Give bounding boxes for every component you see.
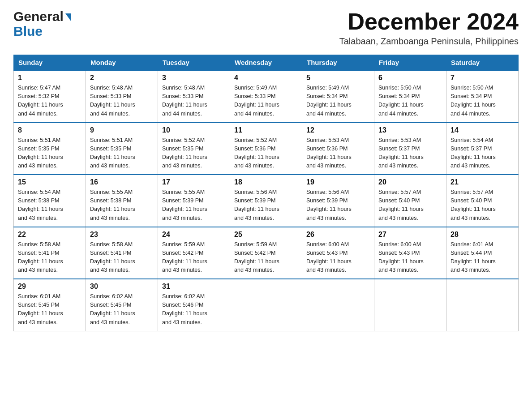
day-number: 22: [18, 231, 82, 239]
day-info: Sunrise: 5:50 AMSunset: 5:34 PMDaylight:…: [450, 85, 496, 116]
day-number: 15: [18, 178, 82, 186]
day-info: Sunrise: 5:59 AMSunset: 5:42 PMDaylight:…: [162, 241, 207, 273]
calendar-week-row: 29 Sunrise: 6:01 AMSunset: 5:45 PMDaylig…: [14, 279, 519, 331]
calendar-cell: 9 Sunrise: 5:51 AMSunset: 5:35 PMDayligh…: [86, 123, 158, 175]
day-number: 21: [450, 178, 514, 186]
day-info: Sunrise: 5:56 AMSunset: 5:39 PMDaylight:…: [306, 189, 352, 221]
day-number: 13: [378, 126, 442, 134]
empty-cell: [230, 279, 302, 331]
col-monday: Monday: [86, 55, 158, 71]
col-sunday: Sunday: [14, 55, 86, 71]
day-info: Sunrise: 5:49 AMSunset: 5:33 PMDaylight:…: [234, 85, 279, 116]
page-header: General Blue December 2024 Talabaan, Zam…: [13, 9, 519, 47]
calendar-week-row: 22 Sunrise: 5:58 AMSunset: 5:41 PMDaylig…: [14, 227, 519, 279]
empty-cell: [374, 279, 446, 331]
title-block: December 2024 Talabaan, Zamboanga Penins…: [339, 9, 519, 47]
calendar-cell: 16 Sunrise: 5:55 AMSunset: 5:38 PMDaylig…: [86, 175, 158, 227]
calendar-cell: 15 Sunrise: 5:54 AMSunset: 5:38 PMDaylig…: [14, 175, 86, 227]
day-info: Sunrise: 5:51 AMSunset: 5:35 PMDaylight:…: [18, 137, 63, 169]
day-info: Sunrise: 5:53 AMSunset: 5:37 PMDaylight:…: [378, 137, 424, 169]
calendar-cell: 30 Sunrise: 6:02 AMSunset: 5:45 PMDaylig…: [86, 279, 158, 331]
calendar-cell: 29 Sunrise: 6:01 AMSunset: 5:45 PMDaylig…: [14, 279, 86, 331]
day-number: 17: [162, 178, 226, 186]
calendar-week-row: 15 Sunrise: 5:54 AMSunset: 5:38 PMDaylig…: [14, 175, 519, 227]
calendar-cell: 6 Sunrise: 5:50 AMSunset: 5:34 PMDayligh…: [374, 70, 446, 123]
empty-cell: [446, 279, 519, 331]
day-number: 2: [90, 74, 154, 82]
calendar-cell: 25 Sunrise: 5:59 AMSunset: 5:42 PMDaylig…: [230, 227, 302, 279]
day-info: Sunrise: 5:56 AMSunset: 5:39 PMDaylight:…: [234, 189, 279, 221]
calendar-cell: 28 Sunrise: 6:01 AMSunset: 5:44 PMDaylig…: [446, 227, 519, 279]
calendar-cell: 19 Sunrise: 5:56 AMSunset: 5:39 PMDaylig…: [302, 175, 374, 227]
calendar-cell: 8 Sunrise: 5:51 AMSunset: 5:35 PMDayligh…: [14, 123, 86, 175]
day-number: 4: [234, 74, 298, 82]
calendar-table: Sunday Monday Tuesday Wednesday Thursday…: [13, 55, 519, 331]
day-number: 27: [378, 231, 442, 239]
day-info: Sunrise: 5:53 AMSunset: 5:36 PMDaylight:…: [306, 137, 352, 169]
day-number: 26: [306, 231, 370, 239]
day-number: 18: [234, 178, 298, 186]
calendar-cell: 4 Sunrise: 5:49 AMSunset: 5:33 PMDayligh…: [230, 70, 302, 123]
calendar-cell: 17 Sunrise: 5:55 AMSunset: 5:39 PMDaylig…: [158, 175, 230, 227]
calendar-cell: 11 Sunrise: 5:52 AMSunset: 5:36 PMDaylig…: [230, 123, 302, 175]
day-info: Sunrise: 6:00 AMSunset: 5:43 PMDaylight:…: [306, 241, 352, 273]
calendar-cell: 12 Sunrise: 5:53 AMSunset: 5:36 PMDaylig…: [302, 123, 374, 175]
calendar-cell: 23 Sunrise: 5:58 AMSunset: 5:41 PMDaylig…: [86, 227, 158, 279]
day-number: 29: [18, 283, 82, 291]
day-info: Sunrise: 5:48 AMSunset: 5:33 PMDaylight:…: [162, 85, 207, 116]
calendar-week-row: 1 Sunrise: 5:47 AMSunset: 5:32 PMDayligh…: [14, 70, 519, 123]
day-info: Sunrise: 5:55 AMSunset: 5:39 PMDaylight:…: [162, 189, 207, 221]
day-number: 30: [90, 283, 154, 291]
day-info: Sunrise: 5:55 AMSunset: 5:38 PMDaylight:…: [90, 189, 135, 221]
calendar-cell: 13 Sunrise: 5:53 AMSunset: 5:37 PMDaylig…: [374, 123, 446, 175]
day-info: Sunrise: 5:54 AMSunset: 5:37 PMDaylight:…: [450, 137, 496, 169]
col-wednesday: Wednesday: [230, 55, 302, 71]
calendar-cell: 24 Sunrise: 5:59 AMSunset: 5:42 PMDaylig…: [158, 227, 230, 279]
day-info: Sunrise: 5:59 AMSunset: 5:42 PMDaylight:…: [234, 241, 279, 273]
day-number: 10: [162, 126, 226, 134]
month-title: December 2024: [339, 9, 519, 34]
day-info: Sunrise: 5:51 AMSunset: 5:35 PMDaylight:…: [90, 137, 135, 169]
calendar-cell: 5 Sunrise: 5:49 AMSunset: 5:34 PMDayligh…: [302, 70, 374, 123]
calendar-cell: 14 Sunrise: 5:54 AMSunset: 5:37 PMDaylig…: [446, 123, 519, 175]
day-number: 25: [234, 231, 298, 239]
logo-general: General: [13, 9, 71, 24]
day-number: 11: [234, 126, 298, 134]
day-number: 1: [18, 74, 82, 82]
day-number: 16: [90, 178, 154, 186]
day-number: 5: [306, 74, 370, 82]
day-number: 14: [450, 126, 514, 134]
day-info: Sunrise: 5:58 AMSunset: 5:41 PMDaylight:…: [18, 241, 63, 273]
day-info: Sunrise: 6:01 AMSunset: 5:44 PMDaylight:…: [450, 241, 496, 273]
calendar-cell: 3 Sunrise: 5:48 AMSunset: 5:33 PMDayligh…: [158, 70, 230, 123]
day-info: Sunrise: 6:00 AMSunset: 5:43 PMDaylight:…: [378, 241, 424, 273]
day-info: Sunrise: 5:57 AMSunset: 5:40 PMDaylight:…: [378, 189, 424, 221]
calendar-cell: 27 Sunrise: 6:00 AMSunset: 5:43 PMDaylig…: [374, 227, 446, 279]
calendar-cell: 2 Sunrise: 5:48 AMSunset: 5:33 PMDayligh…: [86, 70, 158, 123]
day-number: 20: [378, 178, 442, 186]
calendar-cell: 26 Sunrise: 6:00 AMSunset: 5:43 PMDaylig…: [302, 227, 374, 279]
day-info: Sunrise: 5:47 AMSunset: 5:32 PMDaylight:…: [18, 85, 63, 116]
calendar-cell: 7 Sunrise: 5:50 AMSunset: 5:34 PMDayligh…: [446, 70, 519, 123]
day-number: 9: [90, 126, 154, 134]
calendar-cell: 18 Sunrise: 5:56 AMSunset: 5:39 PMDaylig…: [230, 175, 302, 227]
day-number: 28: [450, 231, 514, 239]
day-info: Sunrise: 6:01 AMSunset: 5:45 PMDaylight:…: [18, 293, 63, 325]
location: Talabaan, Zamboanga Peninsula, Philippin…: [339, 36, 519, 47]
logo-blue: Blue: [13, 24, 71, 39]
day-number: 12: [306, 126, 370, 134]
day-info: Sunrise: 5:57 AMSunset: 5:40 PMDaylight:…: [450, 189, 496, 221]
col-friday: Friday: [374, 55, 446, 71]
calendar-cell: 21 Sunrise: 5:57 AMSunset: 5:40 PMDaylig…: [446, 175, 519, 227]
day-info: Sunrise: 5:48 AMSunset: 5:33 PMDaylight:…: [90, 85, 135, 116]
day-info: Sunrise: 6:02 AMSunset: 5:45 PMDaylight:…: [90, 293, 135, 325]
empty-cell: [302, 279, 374, 331]
day-info: Sunrise: 5:49 AMSunset: 5:34 PMDaylight:…: [306, 85, 352, 116]
col-thursday: Thursday: [302, 55, 374, 71]
day-info: Sunrise: 5:54 AMSunset: 5:38 PMDaylight:…: [18, 189, 63, 221]
day-number: 6: [378, 74, 442, 82]
calendar-cell: 1 Sunrise: 5:47 AMSunset: 5:32 PMDayligh…: [14, 70, 86, 123]
day-info: Sunrise: 5:50 AMSunset: 5:34 PMDaylight:…: [378, 85, 424, 116]
day-number: 7: [450, 74, 514, 82]
day-number: 23: [90, 231, 154, 239]
